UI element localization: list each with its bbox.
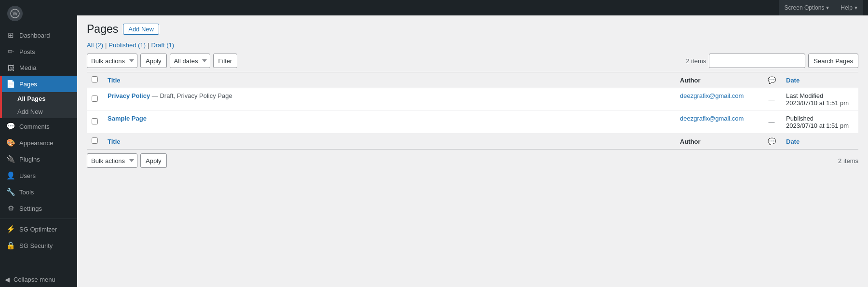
filter-tab-draft[interactable]: Draft (1): [151, 41, 174, 49]
date-status-sample: Published: [786, 115, 854, 122]
search-input[interactable]: [709, 54, 805, 68]
select-all-footer-checkbox[interactable]: [92, 137, 98, 144]
appearance-icon: 🎨: [6, 138, 15, 147]
apply-button-top[interactable]: Apply: [140, 54, 167, 68]
collapse-menu[interactable]: ◀ Collapse menu: [0, 272, 77, 287]
sidebar-item-label: Users: [19, 172, 36, 179]
col-header-title[interactable]: Title: [103, 72, 675, 88]
help-button[interactable]: Help ▾: [835, 0, 863, 15]
sidebar-item-sg-security[interactable]: 🔒 SG Security: [0, 237, 77, 254]
bottom-toolbar: Bulk actions Apply 2 items: [87, 153, 858, 168]
filter-tab-published[interactable]: Published (1): [108, 41, 146, 49]
sidebar-item-label: Pages: [19, 81, 37, 88]
sidebar-item-label: SG Optimizer: [19, 226, 57, 233]
col-footer-cb: [87, 134, 103, 150]
items-count-bottom: 2 items: [838, 157, 858, 164]
row-date-privacy: Last Modified 2023/07/10 at 1:51 pm: [781, 88, 858, 111]
tab-separator-2: |: [148, 41, 149, 49]
sidebar-item-users[interactable]: 👤 Users: [0, 167, 77, 184]
date-cell-privacy: Last Modified 2023/07/10 at 1:51 pm: [786, 92, 854, 107]
sg-security-icon: 🔒: [6, 241, 15, 250]
col-header-date[interactable]: Date: [781, 72, 858, 88]
media-icon: 🖼: [6, 64, 15, 72]
sidebar-item-dashboard[interactable]: ⊞ Dashboard: [0, 27, 77, 43]
dashboard-icon: ⊞: [6, 31, 15, 40]
row-title-sample: Sample Page: [103, 111, 675, 134]
toolbar-right: 2 items Search Pages: [686, 54, 858, 68]
pages-submenu: All Pages Add New: [2, 92, 77, 118]
plugins-icon: 🔌: [6, 155, 15, 164]
tools-icon: 🔧: [6, 188, 15, 196]
comment-bubble-footer-icon: 💬: [768, 137, 776, 145]
author-link-sample[interactable]: deezgrafix@gmail.com: [680, 115, 744, 122]
sidebar-item-label: Posts: [19, 48, 35, 55]
date-value-privacy: 2023/07/10 at 1:51 pm: [786, 99, 854, 107]
col-footer-author: Author: [675, 134, 762, 150]
row-author-sample: deezgrafix@gmail.com: [675, 111, 762, 134]
col-header-author: Author: [675, 72, 762, 88]
dash-icon-sample: —: [769, 119, 775, 126]
row-title-privacy: Privacy Policy — Draft, Privacy Policy P…: [103, 88, 675, 111]
row-checkbox-sample[interactable]: [92, 118, 98, 124]
sidebar-item-tools[interactable]: 🔧 Tools: [0, 184, 77, 200]
author-link-privacy[interactable]: deezgrafix@gmail.com: [680, 92, 744, 99]
pages-group: 📄 Pages All Pages Add New: [0, 76, 77, 118]
sidebar-item-appearance[interactable]: 🎨 Appearance: [0, 135, 77, 151]
sidebar-divider: [0, 219, 77, 219]
all-dates-select[interactable]: All dates: [170, 54, 210, 68]
row-checkbox-privacy[interactable]: [92, 96, 98, 102]
row-cb-sample: [87, 111, 103, 134]
sidebar-item-media[interactable]: 🖼 Media: [0, 60, 77, 76]
sidebar-item-posts[interactable]: ✏ Posts: [0, 43, 77, 60]
date-value-sample: 2023/07/10 at 1:51 pm: [786, 122, 854, 129]
table-row: Sample Page deezgrafix@gmail.com — Publi…: [87, 111, 858, 134]
sidebar-item-comments[interactable]: 💬 Comments: [0, 118, 77, 135]
page-title-suffix-privacy: — Draft, Privacy Policy Page: [152, 92, 232, 99]
bulk-actions-select-bottom[interactable]: Bulk actions: [87, 153, 137, 168]
pages-table: Title Author 💬 Date Privacy Policy: [87, 72, 858, 150]
sidebar-sub-item-all-pages[interactable]: All Pages: [2, 92, 77, 105]
screen-options-chevron-icon: ▾: [826, 4, 829, 11]
items-count-top: 2 items: [686, 57, 706, 65]
apply-button-bottom[interactable]: Apply: [140, 153, 167, 168]
screen-options-button[interactable]: Screen Options ▾: [779, 0, 835, 15]
settings-icon: ⚙: [6, 204, 15, 213]
sidebar-item-label: Settings: [19, 205, 42, 212]
sidebar-item-settings[interactable]: ⚙ Settings: [0, 200, 77, 217]
help-label: Help: [841, 4, 853, 11]
dash-icon-privacy: —: [769, 96, 775, 103]
bulk-actions-select[interactable]: Bulk actions: [87, 54, 137, 68]
select-all-checkbox[interactable]: [92, 76, 98, 82]
page-title: Pages: [87, 23, 118, 36]
search-pages-button[interactable]: Search Pages: [808, 54, 858, 68]
date-cell-sample: Published 2023/07/10 at 1:51 pm: [786, 115, 854, 129]
sidebar-item-label: Tools: [19, 189, 34, 196]
sg-optimizer-icon: ⚡: [6, 225, 15, 233]
page-title-link-sample[interactable]: Sample Page: [108, 115, 147, 122]
col-footer-title[interactable]: Title: [103, 134, 675, 150]
help-chevron-icon: ▾: [854, 4, 857, 11]
table-footer-row: Title Author 💬 Date: [87, 134, 858, 150]
sidebar-item-label: Plugins: [19, 156, 40, 163]
sidebar-item-plugins[interactable]: 🔌 Plugins: [0, 151, 77, 167]
svg-text:W: W: [13, 11, 18, 16]
wp-logo: W: [0, 0, 77, 27]
col-header-cb: [87, 72, 103, 88]
col-header-comments: 💬: [762, 72, 781, 88]
col-footer-date[interactable]: Date: [781, 134, 858, 150]
sidebar-item-pages[interactable]: 📄 Pages: [2, 76, 77, 92]
filter-button[interactable]: Filter: [213, 54, 238, 68]
add-new-button[interactable]: Add New: [123, 24, 159, 35]
users-icon: 👤: [6, 171, 15, 180]
sidebar-sub-item-add-new[interactable]: Add New: [2, 105, 77, 118]
comment-bubble-header-icon: 💬: [768, 76, 776, 84]
sidebar-item-sg-optimizer[interactable]: ⚡ SG Optimizer: [0, 221, 77, 237]
pages-icon: 📄: [6, 80, 15, 88]
table-header-row: Title Author 💬 Date: [87, 72, 858, 88]
sidebar-item-label: Dashboard: [19, 32, 50, 39]
collapse-icon: ◀: [5, 276, 10, 283]
filter-tabs: All (2) | Published (1) | Draft (1): [87, 41, 858, 49]
page-title-link-privacy[interactable]: Privacy Policy: [108, 92, 150, 99]
row-author-privacy: deezgrafix@gmail.com: [675, 88, 762, 111]
filter-tab-all[interactable]: All (2): [87, 41, 103, 49]
